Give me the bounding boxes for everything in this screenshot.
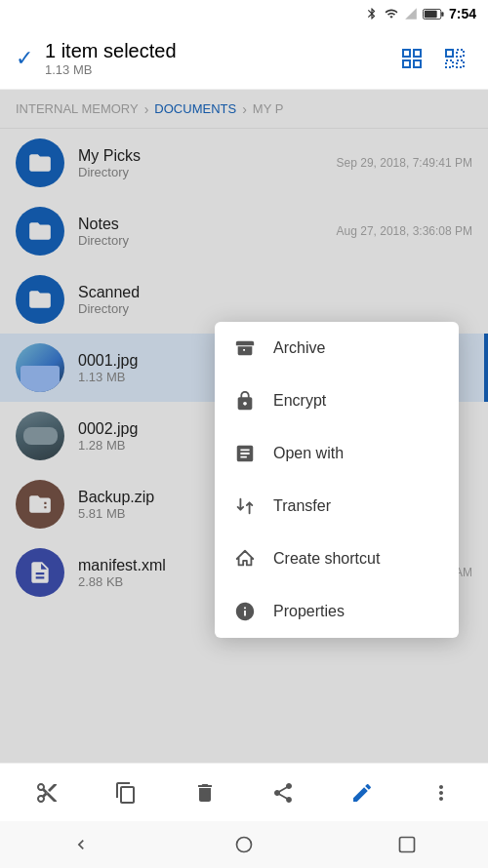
info-icon [232,599,258,624]
more-options-button[interactable] [420,771,463,814]
svg-rect-9 [446,60,453,67]
svg-rect-3 [403,50,410,57]
list-select-button[interactable] [437,41,472,76]
navigation-bar [0,821,488,868]
check-icon: ✓ [16,46,33,71]
bluetooth-icon [365,7,379,20]
status-icons: 7:54 [365,6,476,21]
transfer-label: Transfer [273,497,331,515]
shortcut-icon [232,546,258,572]
create-shortcut-label: Create shortcut [273,550,380,568]
grid-select-button[interactable] [394,41,429,76]
share-button[interactable] [262,771,305,814]
context-menu-item-properties[interactable]: Properties [215,585,459,638]
selected-count-label: 1 item selected [45,40,383,62]
properties-label: Properties [273,603,345,620]
context-menu-item-encrypt[interactable]: Encrypt [215,375,459,427]
context-menu-item-archive[interactable]: Archive [215,322,459,375]
context-menu: Archive Encrypt Open with [215,322,459,638]
bottom-toolbar [0,763,488,821]
rename-button[interactable] [341,771,384,814]
copy-button[interactable] [104,771,147,814]
header-actions [394,41,472,76]
svg-rect-12 [399,838,414,852]
svg-rect-10 [457,60,464,67]
cut-button[interactable] [25,771,68,814]
back-button[interactable] [60,823,102,866]
transfer-icon [232,493,258,519]
open-with-label: Open with [273,445,344,462]
battery-icon [423,8,444,20]
wifi-icon [384,7,399,20]
header: ✓ 1 item selected 1.13 MB [0,27,488,90]
open-external-icon [232,441,258,466]
status-bar: 7:54 [0,0,488,27]
archive-icon [232,335,258,361]
svg-point-11 [236,838,251,852]
archive-label: Archive [273,339,325,357]
svg-rect-6 [414,60,421,67]
selected-size-label: 1.13 MB [45,62,383,77]
context-menu-item-transfer[interactable]: Transfer [215,480,459,533]
header-title-area: 1 item selected 1.13 MB [45,40,383,77]
delete-button[interactable] [183,771,226,814]
encrypt-label: Encrypt [273,392,326,410]
svg-rect-1 [425,10,437,17]
signal-icon [404,7,418,20]
svg-rect-4 [414,50,421,57]
context-menu-item-create-shortcut[interactable]: Create shortcut [215,533,459,585]
status-time: 7:54 [449,6,476,21]
recents-button[interactable] [386,823,428,866]
svg-rect-8 [457,50,464,57]
svg-rect-5 [403,60,410,67]
lock-icon [232,388,258,414]
context-menu-item-open-with[interactable]: Open with [215,427,459,480]
svg-rect-7 [446,50,453,57]
svg-rect-2 [441,12,443,17]
home-button[interactable] [223,823,265,866]
